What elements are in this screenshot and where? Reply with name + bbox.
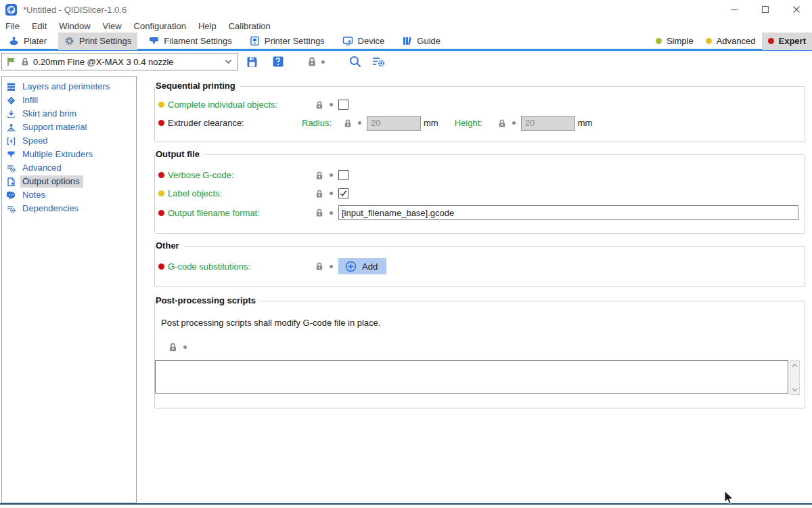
- preset-combobox[interactable]: 0.20mm Fine @X-MAX 3 0.4 nozzle: [1, 53, 238, 70]
- menu-file[interactable]: File: [5, 21, 26, 31]
- menu-view[interactable]: View: [97, 21, 128, 31]
- section-output-file: Output file Verbose G-code: Label object…: [154, 154, 805, 234]
- tab-print-settings[interactable]: Print Settings: [58, 33, 137, 50]
- section-post-processing-scripts: Post-processing scripts Post processing …: [154, 301, 805, 408]
- revert-dot-icon: [358, 121, 361, 125]
- sidebar-item-infill[interactable]: Infill: [2, 93, 136, 107]
- save-preset-button[interactable]: [246, 56, 258, 68]
- add-button-label: Add: [362, 261, 378, 272]
- section-sequential-printing: Sequential printing Complete individual …: [154, 86, 805, 142]
- minimize-icon: [730, 5, 738, 14]
- help-icon: [272, 56, 284, 68]
- save-icon: [246, 56, 258, 68]
- maximize-button[interactable]: [750, 0, 781, 19]
- option-row-gcode-substitutions: G-code substitutions: Add: [155, 256, 805, 276]
- menu-window[interactable]: Window: [53, 21, 96, 31]
- post-processing-lock-row: [155, 338, 805, 356]
- menu-edit[interactable]: Edit: [26, 21, 53, 31]
- advanced-bullet-icon: [158, 190, 164, 196]
- preset-name: 0.20mm Fine @X-MAX 3 0.4 nozzle: [33, 57, 221, 67]
- sidebar-item-dependencies[interactable]: Dependencies: [2, 202, 136, 215]
- window-title: *Untitled - QIDISlicer-1.0.6: [23, 5, 127, 15]
- option-label: Label objects:: [168, 188, 315, 198]
- app-logo-icon: [5, 4, 17, 16]
- scroll-up-icon[interactable]: [792, 363, 798, 368]
- sidebar-item-multiple-extruders[interactable]: Multiple Extruders: [2, 148, 136, 161]
- sidebar-item-label: Support material: [20, 121, 90, 133]
- gear-icon: [64, 36, 74, 46]
- sidebar-item-output-options[interactable]: Output options: [2, 175, 136, 188]
- section-other: Other G-code substitutions: Add: [154, 246, 805, 287]
- complete-individual-objects-checkbox[interactable]: [338, 100, 348, 110]
- lock-preset-indicator[interactable]: [307, 56, 317, 67]
- advanced-mode-dot-icon: [706, 38, 712, 44]
- sidebar-item-support-material[interactable]: Support material: [2, 121, 136, 134]
- checkmark-icon: [340, 190, 347, 197]
- post-processing-script-textarea[interactable]: [155, 360, 788, 394]
- menu-configuration[interactable]: Configuration: [128, 21, 192, 31]
- mode-label: Expert: [779, 36, 806, 46]
- tab-label: Printer Settings: [265, 36, 325, 46]
- tab-device[interactable]: Device: [336, 33, 391, 50]
- sidebar-item-advanced[interactable]: Advanced: [2, 161, 136, 175]
- settings-overview-button[interactable]: [371, 56, 385, 68]
- add-substitution-button[interactable]: Add: [338, 258, 386, 274]
- revert-dot-icon: [512, 121, 516, 125]
- tab-plater[interactable]: Plater: [3, 33, 53, 50]
- support-icon: [7, 123, 16, 132]
- tab-label: Print Settings: [79, 36, 131, 46]
- output-filename-format-input[interactable]: [338, 205, 798, 220]
- lock-icon: [498, 119, 506, 128]
- plater-icon: [9, 36, 19, 46]
- tab-printer-settings[interactable]: Printer Settings: [244, 33, 331, 50]
- close-button[interactable]: [781, 0, 812, 19]
- verbose-gcode-checkbox[interactable]: [338, 170, 348, 180]
- scroll-down-icon[interactable]: [792, 387, 798, 392]
- settings-category-sidebar: Layers and perimeters Infill Skirt and b…: [1, 76, 137, 503]
- menu-bar: File Edit Window View Configuration Help…: [0, 19, 812, 33]
- circle-plus-icon: [345, 261, 357, 272]
- extruder-clearance-radius-input[interactable]: 20: [367, 116, 421, 131]
- sidebar-item-label: Multiple Extruders: [20, 148, 96, 161]
- sidebar-item-label: Dependencies: [20, 203, 82, 215]
- sidebar-item-skirt-and-brim[interactable]: Skirt and brim: [2, 107, 136, 121]
- extruder-clearance-height-input[interactable]: 20: [521, 116, 575, 131]
- menu-calibration[interactable]: Calibration: [223, 21, 277, 31]
- mode-expert[interactable]: Expert: [762, 33, 812, 50]
- lock-icon: [315, 208, 323, 217]
- minimize-button[interactable]: [719, 0, 750, 19]
- filament-icon: [149, 36, 159, 46]
- compare-presets-button[interactable]: [272, 56, 284, 68]
- mode-advanced[interactable]: Advanced: [700, 33, 762, 50]
- search-button[interactable]: [348, 55, 362, 68]
- post-processing-description: Post processing scripts shall modify G-c…: [155, 318, 805, 328]
- printer-icon: [250, 36, 260, 46]
- sidebar-item-label: Layers and perimeters: [20, 81, 113, 93]
- simple-mode-dot-icon: [656, 38, 662, 44]
- tab-guide[interactable]: Guide: [396, 33, 447, 50]
- lock-icon: [168, 342, 177, 352]
- label-objects-checkbox[interactable]: [338, 188, 348, 198]
- tab-label: Plater: [24, 36, 47, 46]
- option-row-extruder-clearance: Extruder clearance: Radius: 20 mm Height…: [155, 114, 805, 132]
- flag-icon: [6, 56, 17, 67]
- sidebar-item-label: Advanced: [20, 162, 65, 174]
- sidebar-item-layers-and-perimeters[interactable]: Layers and perimeters: [2, 80, 136, 93]
- notes-icon: [7, 191, 16, 200]
- tab-filament-settings[interactable]: Filament Settings: [143, 33, 238, 50]
- menu-help[interactable]: Help: [192, 21, 223, 31]
- sidebar-item-notes[interactable]: Notes: [2, 188, 136, 202]
- skirt-icon: [7, 110, 16, 119]
- dropdown-chevron-icon: [225, 59, 232, 64]
- textarea-scrollbar[interactable]: [790, 360, 800, 395]
- revert-dot-icon: [330, 192, 333, 195]
- option-row-complete-individual-objects: Complete individual objects:: [155, 96, 805, 114]
- lock-icon: [344, 119, 352, 128]
- sidebar-item-speed[interactable]: Speed: [2, 134, 136, 148]
- close-icon: [792, 5, 800, 14]
- mode-simple[interactable]: Simple: [650, 33, 700, 50]
- window-bottom-border: [0, 503, 812, 505]
- lock-icon: [21, 57, 29, 66]
- option-label: Complete individual objects:: [168, 100, 315, 110]
- sidebar-item-label: Notes: [20, 189, 49, 201]
